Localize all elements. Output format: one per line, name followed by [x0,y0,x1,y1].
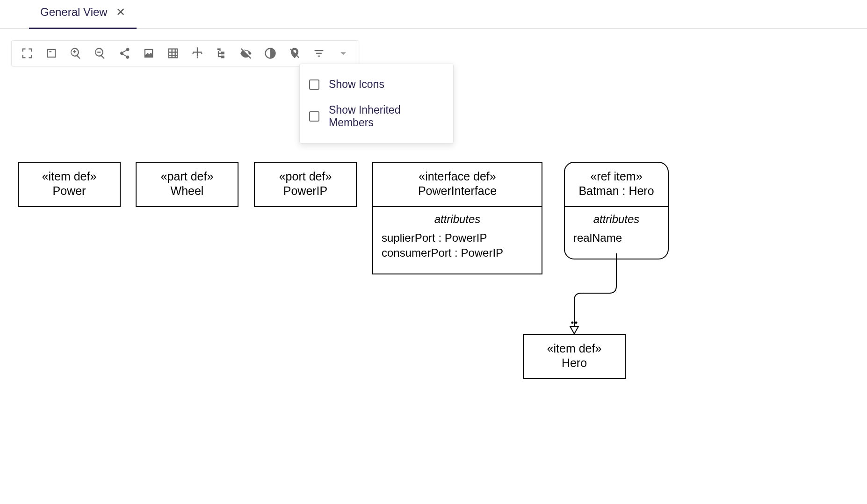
close-icon[interactable]: ✕ [116,7,125,18]
tab-label: General View [40,6,108,19]
edge-batman-hero [0,29,867,504]
svg-point-0 [572,322,573,324]
diagram-canvas[interactable]: «item def» Power «part def» Wheel «port … [0,29,867,504]
svg-point-1 [576,322,577,324]
tab-bar: General View ✕ [0,0,867,29]
tab-general-view[interactable]: General View ✕ [29,1,137,29]
